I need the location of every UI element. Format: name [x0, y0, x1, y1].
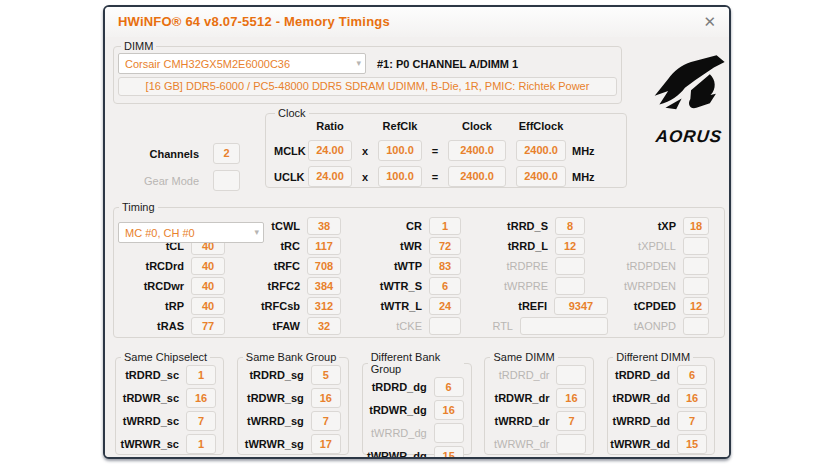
timing-channel-value: MC #0, CH #0 — [125, 227, 195, 239]
timing-value-txp: 18 — [683, 217, 709, 235]
turnaround-label-twrrd_sc: tWRRD_sc — [118, 415, 186, 427]
group-same-chipselect: Same ChipselecttRDRD_sc1tRDWR_sc16tWRRD_… — [115, 351, 224, 455]
clock-unit-uclk: MHz — [566, 171, 596, 183]
timing-label-trdpden: tRDPDEN — [608, 260, 683, 272]
turnaround-row-trdrd_dg: tRDRD_dg6 — [365, 377, 464, 397]
turnaround-label-twrwr_dd: tWRWR_dd — [610, 438, 677, 450]
turnaround-label-trdrd_sc: tRDRD_sc — [118, 369, 186, 381]
group-legend-same-bank-group: Same Bank Group — [243, 351, 340, 363]
timing-value-tcpded: 12 — [683, 297, 709, 315]
dimm-slot-label: #1: P0 CHANNEL A/DIMM 1 — [377, 58, 518, 70]
timing-label-twrpden: tWRPDEN — [608, 280, 683, 292]
aorus-logo: AORUS — [650, 53, 728, 147]
timing-row-cr: CR1 — [341, 217, 461, 235]
turnaround-label-twrwr_sc: tWRWR_sc — [118, 438, 186, 450]
clock-value-uclk: 2400.0 — [448, 166, 506, 187]
turnaround-row-twrwr_dg: tWRWR_dg15 — [365, 446, 464, 459]
turnaround-row-trdrd_dr: tRDRD_dr — [487, 365, 586, 385]
turnaround-label-trdwr_sg: tRDWR_sg — [240, 392, 311, 404]
timing-row-twtr_s: tWTR_S6 — [341, 277, 461, 295]
timing-label-tras: tRAS — [116, 320, 191, 332]
timing-row-trcdrd: tRCDrd40 — [116, 257, 225, 275]
title-bar[interactable]: HWiNFO® 64 v8.07-5512 - Memory Timings ✕ — [105, 7, 729, 37]
turnaround-label-twrrd_dg: tWRRD_dg — [365, 427, 434, 439]
turnaround-row-trdwr_dr: tRDWR_dr16 — [487, 388, 586, 408]
turnaround-value-twrwr_dg: 15 — [434, 446, 464, 459]
clock-header-spacer — [506, 120, 516, 135]
timing-row-txp: tXP18 — [608, 217, 709, 235]
timing-row-trrd_s: tRRD_S8 — [461, 217, 608, 235]
timing-value-trc: 117 — [307, 237, 341, 255]
timing-row-tras: tRAS77 — [116, 317, 225, 335]
timing-label-txpdll: tXPDLL — [608, 240, 683, 252]
timing-label-trrd_s: tRRD_S — [461, 220, 555, 232]
turnaround-label-twrwr_dg: tWRWR_dg — [365, 450, 434, 459]
turnaround-label-twrwr_dr: tWRWR_dr — [487, 438, 556, 450]
timing-label-cr: CR — [341, 220, 429, 232]
group-same-dimm: Same DIMMtRDRD_drtRDWR_dr16tWRRD_dr7tWRW… — [484, 351, 594, 455]
timing-value-rtl — [520, 317, 608, 335]
timing-label-trp: tRP — [116, 300, 191, 312]
timing-label-trefi: tREFI — [461, 300, 554, 312]
timing-channel-select[interactable]: MC #0, CH #0 ▾ — [118, 222, 264, 243]
timing-label-trfc2: tRFC2 — [225, 280, 307, 292]
timing-value-trdpden — [683, 257, 709, 275]
timing-value-tcke — [429, 317, 461, 335]
turnaround-row-trdwr_dg: tRDWR_dg16 — [365, 400, 464, 420]
timing-value-trfc: 708 — [307, 257, 341, 275]
timing-value-twrpden — [683, 277, 709, 295]
turnaround-row-twrwr_sc: tWRWR_sc1 — [118, 434, 216, 454]
turnaround-label-trdwr_dd: tRDWR_dd — [610, 392, 677, 404]
group-same-bank-group: Same Bank GrouptRDRD_sg5tRDWR_sg16tWRRD_… — [237, 351, 349, 455]
ratio-value-mclk: 24.00 — [308, 140, 352, 161]
turnaround-label-twrrd_dd: tWRRD_dd — [610, 415, 677, 427]
dimm-module-select[interactable]: Corsair CMH32GX5M2E6000C36 ▾ — [118, 53, 366, 74]
timing-value-taonpd — [683, 317, 709, 335]
timing-row-trfcsb: tRFCsb312 — [225, 297, 341, 315]
turnaround-value-trdrd_dr — [556, 365, 586, 385]
effclock-value-uclk: 2400.0 — [516, 166, 566, 187]
timing-label-twr: tWR — [341, 240, 429, 252]
turnaround-label-twrrd_dr: tWRRD_dr — [487, 415, 556, 427]
timing-row-trefi: tREFI9347 — [461, 297, 608, 315]
timing-label-trrd_l: tRRD_L — [461, 240, 555, 252]
field-value-channels: 2 — [213, 143, 240, 164]
timing-label-twtr_s: tWTR_S — [341, 280, 429, 292]
channel-fields: Channels2Gear Mode — [141, 143, 240, 197]
timing-row-txpdll: tXPDLL — [608, 237, 709, 255]
timing-value-tras: 77 — [191, 317, 225, 335]
timing-row-trcdwr: tRCDwr40 — [116, 277, 225, 295]
timing-column-3: CR1tWR72tWTP83tWTR_S6tWTR_L24tCKE — [341, 217, 461, 337]
turnaround-value-twrrd_dr: 7 — [556, 411, 586, 431]
timing-label-trcdrd: tRCDrd — [116, 260, 191, 272]
group-legend-same-dimm: Same DIMM — [490, 351, 557, 363]
turnaround-value-trdwr_sg: 16 — [311, 388, 341, 408]
close-icon[interactable]: ✕ — [703, 12, 716, 32]
dimm-row: Corsair CMH32GX5M2E6000C36 ▾ #1: P0 CHAN… — [118, 52, 617, 75]
timing-row-twr: tWR72 — [341, 237, 461, 255]
turnaround-row-twrrd_sc: tWRRD_sc7 — [118, 411, 216, 431]
timing-row-twrpden: tWRPDEN — [608, 277, 709, 295]
chevron-down-icon: ▾ — [356, 58, 361, 68]
timing-value-twr: 72 — [429, 237, 461, 255]
timing-value-twtr_l: 24 — [429, 297, 461, 315]
timing-label-trcdwr: tRCDwr — [116, 280, 191, 292]
turnaround-row-trdwr_dd: tRDWR_dd16 — [610, 388, 707, 408]
field-channels: Channels2 — [141, 143, 240, 164]
group-legend-different-bank-group: Different Bank Group — [368, 351, 464, 375]
clock-row-label-uclk: UCLK — [272, 171, 308, 183]
dimm-description: [16 GB] DDR5-6000 / PC5-48000 DDR5 SDRAM… — [118, 77, 617, 96]
timing-label-tcpded: tCPDED — [608, 300, 683, 312]
timing-value-trdpre — [555, 257, 585, 275]
multiply-sign: x — [352, 145, 378, 157]
timing-label-trfcsb: tRFCsb — [225, 300, 307, 312]
clock-header-refclk: RefClk — [378, 120, 422, 135]
turnaround-value-twrwr_sc: 1 — [186, 434, 216, 454]
field-label-gear-mode: Gear Mode — [141, 175, 199, 187]
effclock-value-mclk: 2400.0 — [516, 140, 566, 161]
refclk-value-uclk: 100.0 — [378, 166, 422, 187]
timing-row-trfc2: tRFC2384 — [225, 277, 341, 295]
timing-value-trrd_s: 8 — [555, 217, 585, 235]
field-value-gear-mode — [213, 170, 240, 191]
timing-value-trcdrd: 40 — [191, 257, 225, 275]
